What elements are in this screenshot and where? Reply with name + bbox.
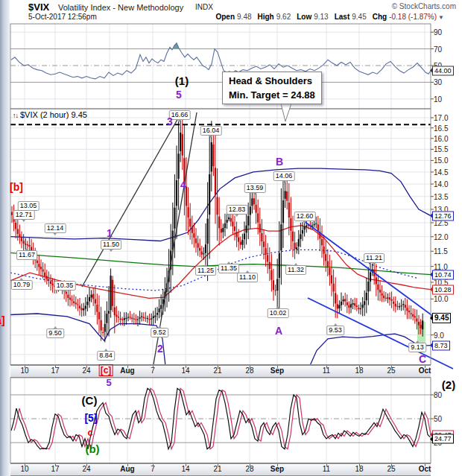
quote-value: 9.48 bbox=[237, 13, 251, 21]
price-callout: 11.67 bbox=[16, 250, 37, 260]
price-callout: 11.10 bbox=[237, 273, 258, 282]
wave-label: B bbox=[276, 156, 283, 168]
price-callout: 10.35 bbox=[54, 281, 76, 291]
quote-value: -0.18 (-1.87%) bbox=[389, 13, 437, 21]
chart-header: $VIX Volatility Index - New Methodology … bbox=[0, 0, 462, 22]
wave-label: C bbox=[419, 353, 426, 365]
main-series-text: $VIX (2 hour) 9.45 bbox=[20, 110, 87, 119]
wave-label: [5] bbox=[84, 412, 97, 424]
y-axis-tick: 9.0 bbox=[434, 331, 444, 339]
symbol: $VIX bbox=[28, 1, 49, 13]
price-callout: 12.60 bbox=[294, 212, 316, 221]
x-axis-strip-main: 101724Aug7142128Sep111825Oct bbox=[10, 365, 431, 378]
x-axis-tickmark bbox=[127, 366, 128, 368]
wave-label: (1) bbox=[175, 74, 189, 87]
x-axis-tickmark bbox=[186, 366, 186, 368]
trendline bbox=[82, 112, 182, 287]
x-axis-tickmark bbox=[153, 464, 154, 466]
price-callout: 13.59 bbox=[244, 183, 266, 193]
axis-value-box: 12.76 bbox=[432, 211, 454, 220]
y-axis-tick: 10.0 bbox=[434, 295, 448, 303]
top-oscillator-line bbox=[11, 43, 431, 79]
y-axis-tick: 16.5 bbox=[434, 124, 448, 132]
x-axis-tickmark bbox=[425, 366, 425, 368]
updown-arrows-icon: ↑↓ bbox=[13, 112, 18, 119]
annotation-pointer bbox=[281, 104, 291, 121]
price-callout: 10.79 bbox=[11, 280, 33, 290]
y-axis-tick: 50 bbox=[434, 415, 442, 423]
price-callout: 9.13 bbox=[408, 343, 426, 352]
price-callout: 12.83 bbox=[227, 205, 248, 215]
y-axis-tick: 30 bbox=[434, 78, 442, 86]
wave-label: (C) bbox=[82, 394, 98, 407]
axis-value-box: 9.45 bbox=[432, 313, 451, 323]
price-callout: 11.32 bbox=[285, 265, 306, 275]
exchange-label: INDX bbox=[195, 3, 213, 11]
x-axis-tickmark bbox=[326, 464, 327, 466]
x-axis-tickmark bbox=[250, 464, 250, 466]
price-callout: 12.14 bbox=[45, 223, 66, 233]
y-axis-tick: 13.5 bbox=[434, 192, 448, 200]
x-axis-tickmark bbox=[391, 464, 392, 466]
x-axis-tickmark bbox=[326, 366, 327, 368]
y-axis-tick: 10 bbox=[434, 95, 442, 103]
y-axis-tick: 70 bbox=[434, 45, 442, 53]
price-callout: 11.35 bbox=[218, 264, 239, 273]
y-axis-tick: 16.0 bbox=[434, 134, 448, 142]
x-axis-tickmark bbox=[277, 464, 278, 466]
y-axis-tick: 14.5 bbox=[434, 168, 448, 176]
price-callout: 12.71 bbox=[13, 210, 35, 220]
quote-label: Low bbox=[297, 13, 311, 21]
y-axis-tick: 90 bbox=[434, 28, 442, 37]
price-callout: 9.53 bbox=[326, 326, 344, 335]
price-callout: 9.50 bbox=[46, 329, 64, 338]
copyright: © StockCharts.com bbox=[392, 2, 456, 10]
x-axis-tickmark bbox=[186, 464, 186, 466]
x-axis-tickmark bbox=[25, 366, 25, 368]
y-axis-tick: 12.0 bbox=[434, 232, 448, 241]
stockcharts-vix-chart: $VIX Volatility Index - New Methodology … bbox=[0, 0, 462, 476]
price-callout: 11.21 bbox=[364, 253, 385, 263]
axis-value-box: 10.28 bbox=[432, 285, 454, 294]
quote-value: 9.62 bbox=[276, 13, 291, 21]
axis-value-box: 10.74 bbox=[432, 270, 454, 279]
x-axis-tickmark bbox=[277, 366, 278, 368]
wave-label: 5 bbox=[106, 377, 111, 388]
x-axis-tickmark bbox=[86, 464, 87, 466]
quote-value: 9.13 bbox=[314, 13, 328, 21]
quote-label: Last bbox=[335, 13, 350, 21]
price-callout: 10.02 bbox=[268, 308, 289, 318]
wave-label: [b] bbox=[10, 181, 23, 193]
y-axis-tick: 15.5 bbox=[434, 145, 448, 153]
price-callout: 11.50 bbox=[101, 240, 121, 250]
y-axis-tick: 17.0 bbox=[434, 114, 448, 122]
chart-title: Volatility Index - New Methodology bbox=[58, 3, 183, 12]
axis-value-box: 44.00 bbox=[432, 66, 454, 75]
x-axis-tickmark bbox=[250, 366, 250, 368]
x-axis-tickmark bbox=[55, 366, 56, 368]
y-axis-tick: 14.0 bbox=[434, 180, 448, 188]
wave-label: (2) bbox=[442, 378, 455, 391]
x-axis-tickmark bbox=[359, 464, 360, 466]
channel-line bbox=[304, 221, 437, 319]
price-callout: 11.25 bbox=[195, 266, 216, 276]
x-axis-tickmark bbox=[218, 464, 218, 466]
main-price-layer bbox=[10, 119, 431, 431]
wave-label: [c] bbox=[99, 364, 113, 376]
wave-label: (b) bbox=[85, 442, 99, 455]
x-axis-tickmark bbox=[359, 366, 360, 368]
y-axis-tick: 11.5 bbox=[434, 247, 448, 256]
wave-label: 4 bbox=[180, 179, 186, 191]
quote-line: Open9.48High9.62Low9.13Last9.45Chg-0.18 … bbox=[209, 13, 444, 21]
wave-label: c bbox=[87, 427, 92, 438]
quote-label: Chg bbox=[373, 13, 387, 21]
datetime: 5-Oct-2017 12:56pm bbox=[28, 13, 97, 21]
x-axis-tickmark bbox=[218, 366, 218, 368]
price-callout: 14.06 bbox=[273, 171, 295, 181]
annotation-callout: Head & Shoulders Min. Target = 24.88 bbox=[222, 72, 322, 104]
x-axis-tickmark bbox=[55, 464, 56, 466]
x-axis-tickmark bbox=[153, 366, 154, 368]
chg-down-arrow-icon: ▼ bbox=[438, 14, 444, 21]
y-axis-tick: 80 bbox=[434, 391, 442, 399]
axis-value-box: 8.73 bbox=[432, 340, 450, 350]
